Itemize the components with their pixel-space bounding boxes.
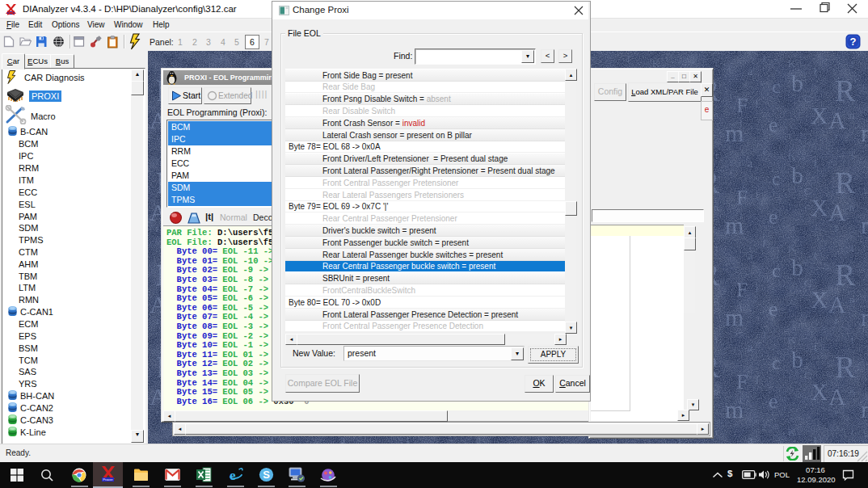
svg-text:?: ?: [850, 36, 857, 48]
svg-text:Prover: Prover: [103, 477, 113, 482]
svg-text:e: e: [230, 468, 236, 483]
svg-text:S: S: [263, 469, 270, 481]
